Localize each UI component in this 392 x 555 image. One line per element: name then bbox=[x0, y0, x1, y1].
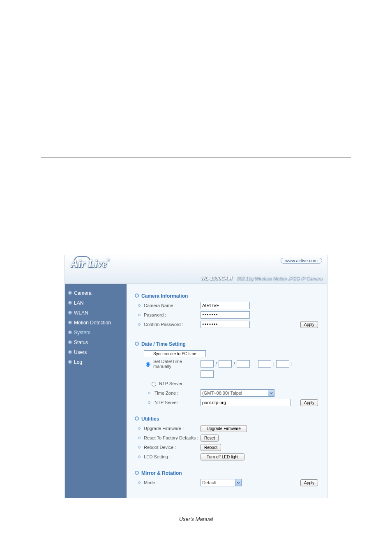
logo-registered: ® bbox=[107, 258, 110, 262]
model-line: WL-1000CAM 802.11g Wireless Motion JPEG … bbox=[201, 275, 322, 281]
sidebar-item-lan[interactable]: LAN bbox=[65, 298, 127, 308]
row-mirror-mode: Mode : Default Apply bbox=[135, 479, 321, 487]
date-slash: / bbox=[214, 361, 218, 366]
website-link[interactable]: www.airlive.com bbox=[281, 258, 322, 264]
mode-value: Default bbox=[202, 480, 217, 485]
date-y-input[interactable] bbox=[201, 360, 214, 368]
section-title: Date / Time Setting bbox=[141, 341, 186, 347]
led-setting-label: LED Setting : bbox=[135, 454, 201, 459]
sidebar-item-label: Camera bbox=[74, 290, 92, 296]
section-camera-information: Camera Information bbox=[135, 293, 321, 299]
sidebar: Camera LAN WLAN Motion Detection System … bbox=[65, 284, 127, 498]
section-mirror-rotation: Mirror & Rotation bbox=[135, 470, 321, 476]
ntp-server-label: NTP Server : bbox=[135, 400, 201, 405]
sidebar-item-wlan[interactable]: WLAN bbox=[65, 308, 127, 318]
sidebar-item-label: WLAN bbox=[74, 310, 88, 316]
ntp-server-input[interactable] bbox=[201, 399, 291, 406]
date-m-input[interactable] bbox=[219, 360, 232, 368]
row-reset-defaults: Reset To Factory Defaults : Reset bbox=[135, 434, 321, 442]
sidebar-item-label: Status bbox=[74, 340, 88, 345]
sidebar-item-camera[interactable]: Camera bbox=[65, 288, 127, 298]
camera-name-input[interactable] bbox=[201, 302, 250, 309]
row-ntp-option: NTP Server bbox=[135, 379, 321, 388]
model-subtitle: 802.11g Wireless Motion JPEG IP Camera bbox=[237, 276, 322, 281]
row-confirm-password: Confirm Password : Apply bbox=[135, 320, 321, 328]
set-manually-label: Set Date/Time manually bbox=[135, 359, 201, 369]
ntp-option-label: NTP Server bbox=[135, 381, 201, 386]
horizontal-rule bbox=[41, 157, 351, 158]
dot-icon bbox=[138, 314, 141, 316]
timezone-label: Time Zone : bbox=[135, 391, 201, 395]
bullet-icon bbox=[68, 301, 72, 305]
date-slash: / bbox=[233, 361, 236, 366]
date-d-input[interactable] bbox=[237, 360, 250, 368]
time-colon: : bbox=[272, 361, 275, 366]
dot-icon bbox=[138, 304, 141, 307]
sidebar-item-motion-detection[interactable]: Motion Detection bbox=[65, 318, 127, 328]
dot-icon bbox=[148, 401, 150, 404]
row-reboot: Reboot Device : Reboot bbox=[135, 443, 321, 451]
brand-logo: Air Live® bbox=[71, 258, 110, 270]
confirm-password-label: Confirm Password : bbox=[135, 322, 201, 327]
row-set-manually: Set Date/Time manually / / : : bbox=[135, 359, 321, 369]
sync-pc-time-button[interactable]: Synchronize to PC time bbox=[144, 350, 206, 357]
time-h-input[interactable] bbox=[258, 360, 271, 368]
reboot-button[interactable]: Reboot bbox=[201, 444, 221, 451]
timezone-select[interactable]: (GMT+08:00) Taipei bbox=[201, 389, 274, 397]
bullet-icon bbox=[68, 331, 72, 334]
top-banner: Air Live® www.airlive.com WL-1000CAM 802… bbox=[65, 255, 327, 284]
row-ntp-server: NTP Server : Apply bbox=[135, 398, 321, 407]
bullet-icon bbox=[68, 291, 72, 295]
dot-icon bbox=[148, 392, 150, 394]
page-footer: User's Manual bbox=[0, 516, 392, 522]
apply-mirror-button[interactable]: Apply bbox=[300, 479, 318, 486]
section-title: Utilities bbox=[141, 416, 159, 422]
confirm-password-input[interactable] bbox=[201, 321, 250, 328]
password-label: Password : bbox=[135, 312, 201, 317]
dot-icon bbox=[138, 456, 141, 458]
dot-icon bbox=[138, 446, 141, 449]
model-name: WL-1000CAM bbox=[201, 275, 232, 281]
apply-camera-info-button[interactable]: Apply bbox=[300, 321, 318, 328]
bullet-icon bbox=[68, 350, 72, 354]
row-sync-pc: Synchronize to PC time bbox=[135, 349, 321, 358]
password-input[interactable] bbox=[201, 311, 250, 319]
page: Air Live® www.airlive.com WL-1000CAM 802… bbox=[0, 0, 392, 555]
reset-defaults-label: Reset To Factory Defaults : bbox=[135, 435, 201, 440]
ring-icon bbox=[135, 294, 139, 298]
row-upgrade-firmware: Upgrade Firmware : Upgrade Firmware bbox=[135, 424, 321, 432]
sidebar-item-system[interactable]: System bbox=[65, 328, 127, 338]
sidebar-item-label: Log bbox=[74, 359, 82, 365]
sidebar-item-status[interactable]: Status bbox=[65, 338, 127, 347]
upgrade-firmware-button[interactable]: Upgrade Firmware bbox=[201, 425, 247, 432]
apply-datetime-button[interactable]: Apply bbox=[300, 399, 318, 406]
bullet-icon bbox=[68, 321, 72, 324]
set-manually-radio[interactable] bbox=[146, 362, 150, 367]
ring-icon bbox=[135, 342, 139, 346]
dot-icon bbox=[138, 481, 141, 484]
chevron-down-icon bbox=[235, 479, 241, 486]
sidebar-item-users[interactable]: Users bbox=[65, 347, 127, 357]
time-s-input[interactable] bbox=[201, 370, 214, 378]
sidebar-item-log[interactable]: Log bbox=[65, 357, 127, 367]
bullet-icon bbox=[68, 340, 72, 344]
time-m-input[interactable] bbox=[276, 360, 289, 368]
dot-icon bbox=[138, 323, 141, 326]
logo-text: Air Live bbox=[71, 258, 107, 270]
row-led-setting: LED Setting : Turn off LED light bbox=[135, 453, 321, 461]
led-toggle-button[interactable]: Turn off LED light bbox=[201, 453, 244, 460]
chevron-down-icon bbox=[268, 390, 274, 396]
upgrade-firmware-label: Upgrade Firmware : bbox=[135, 426, 201, 431]
mode-select[interactable]: Default bbox=[201, 479, 242, 486]
ntp-radio[interactable] bbox=[152, 382, 156, 386]
ring-icon bbox=[135, 416, 139, 421]
row-set-manually-extra bbox=[135, 370, 321, 378]
reset-button[interactable]: Reset bbox=[201, 435, 219, 442]
footer-manual: User's Manual bbox=[179, 516, 213, 522]
dot-icon bbox=[138, 437, 141, 439]
row-camera-name: Camera Name : bbox=[135, 301, 321, 310]
sidebar-item-label: Users bbox=[74, 349, 87, 355]
row-password: Password : bbox=[135, 311, 321, 319]
sidebar-item-label: System bbox=[74, 330, 90, 335]
section-title: Mirror & Rotation bbox=[141, 470, 182, 476]
